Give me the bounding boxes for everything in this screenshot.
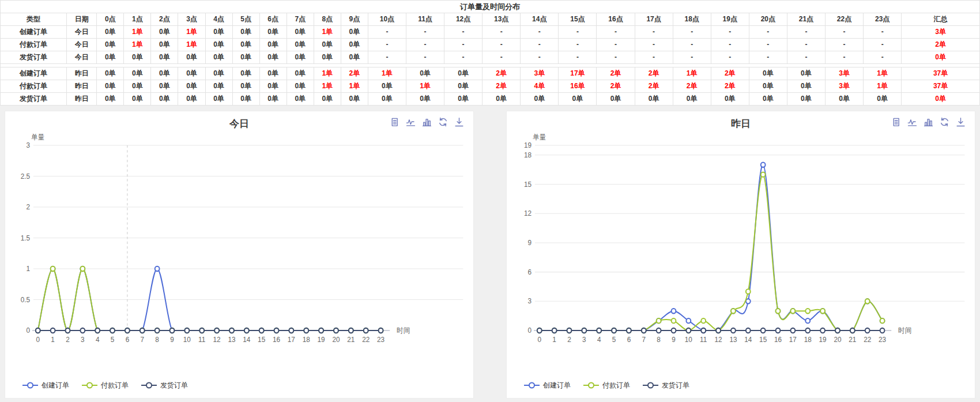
hour-cell: - (597, 39, 635, 51)
bar-chart-icon[interactable] (924, 117, 933, 127)
data-point (746, 328, 751, 333)
data-point (761, 172, 766, 176)
x-tick-label: 16 (273, 335, 280, 343)
x-tick-label: 10 (183, 335, 191, 343)
legend-label: 发货订单 (662, 381, 689, 390)
column-header: 10点 (368, 13, 406, 26)
hour-cell: 0单 (151, 80, 178, 93)
hour-cell: - (826, 39, 864, 51)
row-date: 昨日 (67, 93, 97, 106)
hour-cell: 1单 (864, 67, 902, 80)
x-tick-label: 7 (141, 335, 145, 343)
line-chart-icon[interactable] (907, 117, 917, 127)
line-chart-icon[interactable] (406, 117, 416, 127)
y-tick-label: 19 (524, 141, 532, 149)
chart-legend: 创建订单付款订单发货订单 (507, 373, 975, 398)
line-chart-yesterday: 单量03691215181901234567891011121314151617… (507, 132, 975, 373)
legend-marker-icon (643, 382, 658, 389)
x-tick-label: 8 (657, 335, 661, 343)
x-tick-label: 2 (567, 335, 571, 343)
y-tick-label: 0 (528, 326, 532, 335)
hour-cell: 0单 (521, 93, 559, 106)
data-point (657, 328, 661, 333)
legend-item[interactable]: 付款订单 (583, 381, 630, 390)
data-point (657, 318, 661, 323)
download-icon[interactable] (956, 117, 966, 127)
legend-item[interactable]: 创建订单 (22, 381, 69, 390)
legend-item[interactable]: 创建订单 (524, 381, 571, 390)
x-tick-label: 14 (744, 335, 752, 343)
x-tick-label: 5 (111, 335, 115, 343)
column-header: 15点 (559, 13, 597, 26)
y-tick-label: 1 (27, 265, 31, 273)
data-point (110, 328, 115, 333)
data-point (716, 328, 721, 333)
x-tick-label: 1 (552, 335, 556, 343)
table-row: 付款订单昨日0单0单0单0单0单0单0单0单1单1单0单1单0单2单4单16单2… (1, 80, 980, 93)
legend-item[interactable]: 付款订单 (82, 381, 129, 390)
legend-marker-icon (583, 382, 599, 389)
hour-cell: 1单 (673, 67, 711, 80)
hour-cell: 1单 (406, 80, 444, 93)
hour-cell: 0单 (259, 93, 287, 106)
row-type: 创建订单 (1, 26, 67, 39)
refresh-icon[interactable] (438, 117, 448, 127)
hour-cell: - (406, 51, 444, 64)
data-point (51, 266, 55, 271)
legend-item[interactable]: 发货订单 (141, 381, 188, 390)
hour-cell: 0单 (314, 51, 341, 64)
hour-cell: 0单 (444, 93, 483, 106)
data-point (597, 328, 601, 333)
table-title: 订单量及时间分布 (1, 1, 980, 13)
hour-cell: 0单 (673, 93, 711, 106)
hour-cell: 0单 (341, 93, 368, 106)
data-point (66, 328, 70, 333)
hour-cell: - (673, 39, 711, 51)
row-type: 发货订单 (1, 93, 67, 106)
hour-cell: 1单 (178, 39, 205, 51)
data-point (672, 318, 676, 323)
data-view-icon[interactable] (891, 117, 901, 127)
hour-cell: 0单 (406, 67, 444, 80)
hour-cell: - (635, 51, 673, 64)
y-axis-title: 单量 (533, 133, 546, 141)
data-point (805, 318, 810, 323)
hour-cell: 2单 (483, 67, 521, 80)
legend-marker-icon (22, 382, 38, 389)
hour-cell: 0单 (259, 67, 287, 80)
column-header: 20点 (749, 13, 787, 26)
x-tick-label: 12 (213, 335, 221, 343)
x-tick-label: 13 (228, 335, 235, 343)
charts-row: 今日 单量00.511.522.530123456789101112131415… (0, 106, 980, 402)
hour-cell: 1单 (124, 39, 151, 51)
legend-item[interactable]: 发货订单 (643, 381, 689, 390)
data-view-icon[interactable] (390, 117, 399, 127)
hour-cell: 0单 (151, 67, 178, 80)
download-icon[interactable] (454, 117, 464, 127)
hour-cell: - (749, 26, 787, 39)
hour-cell: 0单 (205, 67, 232, 80)
x-tick-label: 13 (729, 335, 737, 343)
table-header-row: 类型日期0点1点2点3点4点5点6点7点8点9点10点11点12点13点14点1… (1, 13, 980, 26)
data-point (214, 328, 219, 333)
hour-cell: - (521, 51, 559, 64)
row-total: 0单 (902, 51, 980, 64)
hour-cell: 0单 (287, 93, 314, 106)
hour-cell: 2单 (673, 80, 711, 93)
data-point (880, 318, 885, 323)
data-point (865, 328, 870, 333)
hour-cell: 0单 (97, 67, 124, 80)
y-axis-title: 单量 (31, 133, 44, 141)
data-point (731, 328, 736, 333)
column-header: 类型 (1, 13, 67, 26)
refresh-icon[interactable] (940, 117, 949, 127)
column-header: 5点 (232, 13, 259, 26)
data-point (820, 309, 825, 313)
column-header: 9点 (341, 13, 368, 26)
hour-cell: 2单 (711, 67, 749, 80)
x-tick-label: 20 (332, 335, 340, 343)
data-point (865, 299, 870, 303)
bar-chart-icon[interactable] (422, 117, 432, 127)
line-chart-today: 单量00.511.522.530123456789101112131415161… (5, 132, 473, 373)
hour-cell: 3单 (826, 67, 864, 80)
